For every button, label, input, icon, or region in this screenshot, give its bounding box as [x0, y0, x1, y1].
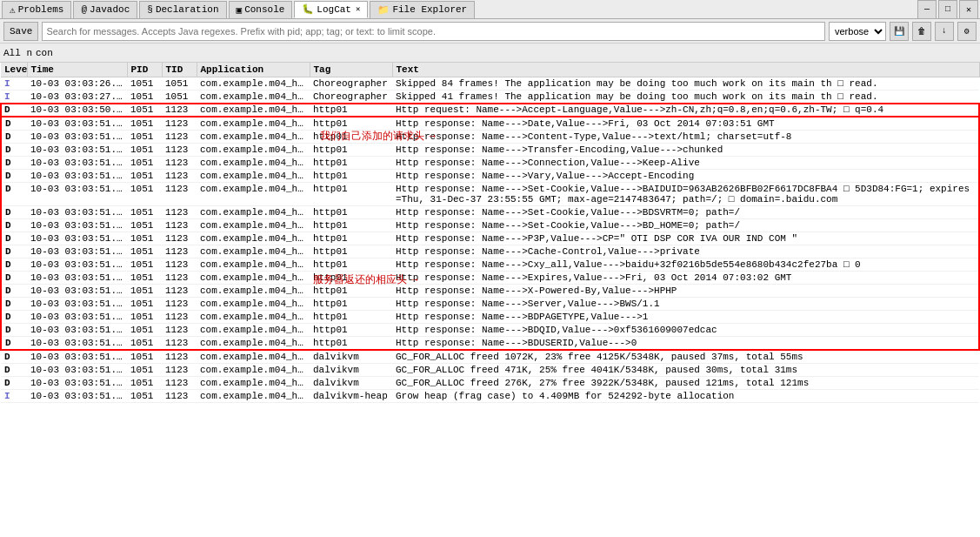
cell-level: D [1, 324, 27, 337]
table-row[interactable]: D 10-03 03:03:51.376 1051 1123 com.examp… [1, 272, 979, 285]
cell-tid: 1123 [162, 285, 197, 298]
verbose-select[interactable]: verbose debug info warn error [829, 22, 886, 41]
table-row[interactable]: D 10-03 03:03:51.376 1051 1123 com.examp… [1, 324, 979, 337]
cell-time: 10-03 03:03:51.376 [27, 219, 127, 232]
table-row[interactable]: I 10-03 03:03:26.746 1051 1051 com.examp… [1, 77, 979, 91]
cell-text: GC_FOR_ALLOC freed 276K, 27% free 3922K/… [392, 377, 979, 390]
table-row[interactable]: I 10-03 03:03:27.176 1051 1051 com.examp… [1, 91, 979, 104]
tab-console-label: Console [244, 4, 284, 15]
table-row[interactable]: D 10-03 03:03:51.376 1051 1123 com.examp… [1, 183, 979, 206]
tab-bar: ⚠ Problems @ Javadoc § Declaration ▣ Con… [0, 0, 980, 19]
cell-text: Http response: Name--->Cxy_all,Value--->… [392, 258, 979, 272]
table-row[interactable]: D 10-03 03:03:51.556 1051 1123 com.examp… [1, 364, 979, 377]
table-row[interactable]: D 10-03 03:03:51.376 1051 1123 com.examp… [1, 206, 979, 219]
log-body: I 10-03 03:03:26.746 1051 1051 com.examp… [1, 77, 979, 403]
cell-tag: http01 [310, 170, 392, 183]
table-row[interactable]: D 10-03 03:03:50.996 1051 1123 com.examp… [1, 104, 979, 117]
table-row[interactable]: D 10-03 03:03:51.686 1051 1123 com.examp… [1, 377, 979, 390]
tab-javadoc[interactable]: @ Javadoc [73, 1, 137, 18]
cell-text: Http response: Name--->X-Powered-By,Valu… [392, 285, 979, 298]
clear-icon-button[interactable]: 🗑 [912, 22, 931, 41]
table-row[interactable]: D 10-03 03:03:51.376 1051 1123 com.examp… [1, 245, 979, 258]
table-row[interactable]: D 10-03 03:03:51.486 1051 1123 com.examp… [1, 350, 979, 364]
table-row[interactable]: D 10-03 03:03:51.376 1051 1123 com.examp… [1, 298, 979, 311]
cell-level: D [1, 285, 27, 298]
cell-time: 10-03 03:03:51.376 [27, 206, 127, 219]
table-row[interactable]: D 10-03 03:03:51.376 1051 1123 com.examp… [1, 144, 979, 157]
cell-app: com.example.m04_h... [197, 117, 310, 131]
save-button[interactable]: Save [3, 22, 38, 41]
cell-level: D [1, 104, 27, 117]
cell-app: com.example.m04_h... [197, 91, 310, 104]
table-row[interactable]: D 10-03 03:03:51.376 1051 1123 com.examp… [1, 258, 979, 272]
cell-text: Http response: Name--->Set-Cookie,Value-… [392, 219, 979, 232]
cell-app: com.example.m04_h... [197, 157, 310, 170]
cell-tag: Choreographer [310, 77, 392, 91]
cell-time: 10-03 03:03:51.376 [27, 324, 127, 337]
tab-logcat[interactable]: 🐛 LogCat ✕ [294, 1, 368, 18]
table-header: Level Time PID TID Application Tag Text [1, 63, 979, 77]
table-row[interactable]: D 10-03 03:03:51.376 1051 1123 com.examp… [1, 219, 979, 232]
cell-tag: http01 [310, 258, 392, 272]
maximize-button[interactable]: □ [938, 0, 957, 19]
table-row[interactable]: D 10-03 03:03:51.376 1051 1123 com.examp… [1, 311, 979, 324]
table-row[interactable]: I 10-03 03:03:51.686 1051 1123 com.examp… [1, 390, 979, 403]
cell-app: com.example.m04_h... [197, 390, 310, 403]
close-window-button[interactable]: ✕ [959, 0, 978, 19]
minimize-button[interactable]: — [917, 0, 937, 19]
table-row[interactable]: D 10-03 03:03:51.376 1051 1123 com.examp… [1, 232, 979, 245]
cell-level: D [1, 245, 27, 258]
table-row[interactable]: D 10-03 03:03:51.376 1051 1123 com.examp… [1, 157, 979, 170]
cell-time: 10-03 03:03:51.376 [27, 298, 127, 311]
cell-app: com.example.m04_h... [197, 364, 310, 377]
file-explorer-icon: 📁 [377, 4, 390, 16]
cell-tid: 1123 [162, 350, 197, 364]
table-row[interactable]: D 10-03 03:03:51.376 1051 1123 com.examp… [1, 170, 979, 183]
cell-tid: 1123 [162, 324, 197, 337]
cell-app: com.example.m04_h... [197, 183, 310, 206]
cell-level: D [1, 377, 27, 390]
cell-app: com.example.m04_h... [197, 350, 310, 364]
close-icon[interactable]: ✕ [356, 4, 360, 14]
cell-app: com.example.m04_h... [197, 311, 310, 324]
tab-console[interactable]: ▣ Console [229, 1, 293, 18]
tab-file-explorer[interactable]: 📁 File Explorer [370, 1, 475, 18]
table-row[interactable]: D 10-03 03:03:51.356 1051 1123 com.examp… [1, 117, 979, 131]
scroll-icon-button[interactable]: ↓ [935, 22, 954, 41]
save-icon-button[interactable]: 💾 [890, 22, 909, 41]
cell-tid: 1051 [162, 91, 197, 104]
cell-level: I [1, 77, 27, 91]
cell-level: D [1, 364, 27, 377]
tab-declaration-label: Declaration [156, 4, 219, 15]
tab-file-explorer-label: File Explorer [392, 4, 467, 15]
cell-level: D [1, 272, 27, 285]
header-pid: PID [127, 63, 162, 77]
log-container[interactable]: Level Time PID TID Application Tag Text … [0, 63, 980, 537]
cell-tid: 1123 [162, 272, 197, 285]
cell-tid: 1123 [162, 219, 197, 232]
settings-icon-button[interactable]: ⚙ [957, 22, 977, 41]
table-row[interactable]: D 10-03 03:03:51.376 1051 1123 com.examp… [1, 285, 979, 298]
cell-tag: http01 [310, 131, 392, 144]
cell-level: D [1, 298, 27, 311]
cell-app: com.example.m04_h... [197, 258, 310, 272]
cell-tag: dalvikvm [310, 377, 392, 390]
cell-text: Http response: Name--->Server,Value--->B… [392, 298, 979, 311]
cell-time: 10-03 03:03:50.996 [27, 104, 127, 117]
cell-app: com.example.m04_h... [197, 206, 310, 219]
cell-text: Http response: Name--->BDPAGETYPE,Value-… [392, 311, 979, 324]
tab-problems[interactable]: ⚠ Problems [2, 1, 71, 18]
cell-level: D [1, 144, 27, 157]
cell-level: D [1, 258, 27, 272]
tab-logcat-label: LogCat [317, 4, 351, 15]
cell-tag: Choreographer [310, 91, 392, 104]
cell-pid: 1051 [127, 206, 162, 219]
cell-time: 10-03 03:03:51.556 [27, 364, 127, 377]
cell-level: D [1, 183, 27, 206]
tab-declaration[interactable]: § Declaration [139, 1, 226, 18]
cell-text: Http response: Name--->Set-Cookie,Value-… [392, 206, 979, 219]
cell-pid: 1051 [127, 91, 162, 104]
table-row[interactable]: D 10-03 03:03:51.376 1051 1123 com.examp… [1, 337, 979, 351]
table-row[interactable]: D 10-03 03:03:51.366 1051 1123 com.examp… [1, 131, 979, 144]
search-input[interactable] [42, 22, 825, 41]
